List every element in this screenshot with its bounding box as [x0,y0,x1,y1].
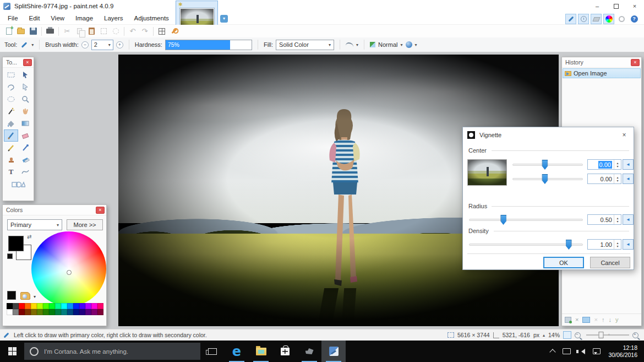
tray-chevron-up-icon[interactable] [550,349,556,355]
history-fast-forward-icon[interactable]: y [615,317,619,323]
tool-pencil[interactable] [4,142,18,154]
palette-swatch[interactable] [97,309,103,315]
palette-swatch[interactable] [97,303,103,309]
swap-colors-icon[interactable]: ⇄ [27,234,31,240]
edge-taskbar-button[interactable]: e [225,341,249,362]
unit-dropdown-icon[interactable]: ▴ [543,333,545,338]
tool-magic-wand[interactable] [4,105,18,117]
crop-button[interactable] [98,26,109,36]
center-y-slider[interactable] [512,178,583,180]
maximize-button[interactable] [607,0,625,12]
paint-net-taskbar-button[interactable] [321,341,346,362]
zoom-in-icon[interactable]: + [632,332,638,338]
colors-panel-close-button[interactable]: × [96,207,105,214]
palette-swatch[interactable] [91,309,97,315]
help-button[interactable]: ? [629,14,640,24]
tools-panel-close-button[interactable]: × [23,59,32,66]
spinner-icon[interactable]: ▴▾ [614,240,621,249]
tools-panel-titlebar[interactable]: To... × [3,57,34,68]
tool-paint-bucket[interactable] [4,117,18,129]
close-button[interactable]: × [625,0,644,12]
palette-swatch[interactable] [67,309,73,315]
more-options-button[interactable]: More >> [67,219,103,230]
tool-line-curve[interactable] [18,166,32,178]
color-mode-select[interactable]: Primary ▾ [7,219,62,230]
start-button[interactable] [0,341,24,362]
density-reset-button[interactable]: ◄ [623,239,634,250]
brush-width-select[interactable]: 2 ▾ [91,40,113,50]
radius-input[interactable]: 0.50 ▴▾ [587,214,621,225]
open-button[interactable] [15,26,26,36]
tools-window-toggle[interactable] [565,14,576,24]
tool-text[interactable]: T [4,166,18,178]
center-x-slider-thumb[interactable] [542,160,548,170]
palette-swatch[interactable] [31,303,37,309]
tool-shapes[interactable] [11,178,25,190]
new-button[interactable] [3,26,14,36]
color-wheel[interactable] [31,231,106,306]
palette-swatch[interactable] [37,309,43,315]
sphere-dropdown[interactable]: ▾ [415,42,417,47]
center-x-input[interactable]: 0.00 ▴▾ [587,159,621,170]
spinner-icon[interactable]: ▴▾ [614,215,621,224]
center-y-slider-thumb[interactable] [542,174,548,184]
display-icon[interactable] [563,348,571,354]
fill-style-select[interactable]: Solid Color ▾ [276,40,334,50]
layers-window-toggle[interactable] [591,14,602,24]
tool-move-selected-pixels[interactable] [18,69,32,81]
center-y-input[interactable]: 0.00 ▴▾ [587,174,621,184]
tool-eraser[interactable] [18,129,32,142]
palette-swatch[interactable] [61,303,67,309]
palette-swatch[interactable] [55,309,61,315]
minimize-button[interactable]: – [588,0,607,12]
density-slider-thumb[interactable] [566,240,572,250]
action-center-icon[interactable] [593,348,601,354]
undo-button[interactable]: ↶ [127,26,138,36]
palette-swatch[interactable] [7,309,13,315]
palette-swatch[interactable] [73,303,79,309]
history-delete-icon[interactable]: × [575,317,578,323]
palette-swatch[interactable] [67,303,73,309]
palette-swatch[interactable] [25,303,31,309]
title-bar[interactable]: SplitShire-9774.jpg - paint.net 4.0.9 [0,0,644,12]
palette-swatch[interactable] [85,303,91,309]
palette-swatch[interactable] [49,303,55,309]
settings-button[interactable] [616,14,627,24]
palette-swatch[interactable] [79,309,85,315]
taskbar-clock[interactable]: 12:18 30/06/2016 [608,344,637,359]
palette-swatch[interactable] [43,309,49,315]
zoom-slider[interactable]: + [586,334,629,336]
palette-swatch[interactable] [31,309,37,315]
palette-swatch[interactable] [61,309,67,315]
pixel-grid-button[interactable] [156,26,167,36]
tool-pan[interactable] [18,105,32,117]
redo-button[interactable]: ↷ [139,26,150,36]
tool-dropdown[interactable]: ▾ [31,42,34,47]
ok-button[interactable]: OK [543,257,584,268]
menu-file[interactable]: File [2,13,24,23]
color-wheel-selector[interactable] [67,270,72,275]
deselect-button[interactable] [110,26,121,36]
tool-ellipse-select[interactable] [4,93,18,105]
palette-swatch[interactable] [19,309,25,315]
tool-paintbrush[interactable] [4,129,18,142]
zoom-out-icon[interactable]: − [575,332,581,338]
center-x-slider[interactable] [512,164,583,166]
palette-swatch[interactable] [43,303,49,309]
palette-swatch[interactable] [73,309,79,315]
paste-button[interactable] [86,26,97,36]
menu-edit[interactable]: Edit [24,13,46,23]
history-rewind-icon[interactable] [582,317,590,323]
spinner-icon[interactable]: ▴▾ [614,174,621,183]
history-save-point-icon[interactable] [565,317,571,323]
radius-reset-button[interactable]: ◄ [623,214,634,225]
palette-swatch[interactable] [85,309,91,315]
tool-color-picker[interactable] [18,142,32,154]
hardness-slider[interactable]: 75% [165,40,252,50]
palette-swatch[interactable] [13,303,19,309]
density-slider[interactable] [469,244,583,246]
brush-width-increase[interactable]: + [116,41,123,48]
palette-swatch[interactable] [13,309,19,315]
palette-dropdown[interactable]: ▾ [34,294,36,299]
history-undo-up-icon[interactable]: ↑ [602,317,605,323]
